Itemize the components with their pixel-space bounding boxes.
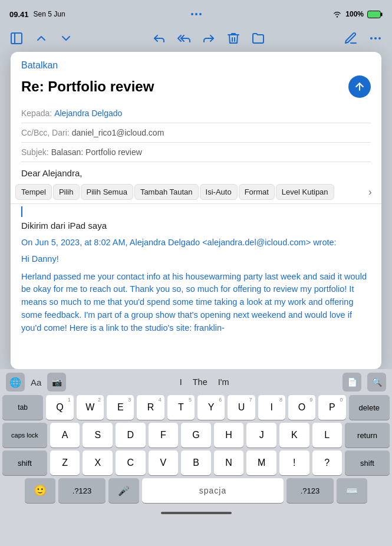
- key-x[interactable]: X: [83, 450, 113, 475]
- text-size-button[interactable]: Aa: [31, 377, 41, 387]
- key-d[interactable]: D: [116, 423, 146, 448]
- status-icons: 100%: [332, 10, 383, 18]
- space-key[interactable]: spacja: [142, 478, 284, 503]
- select-button[interactable]: Pilih: [53, 184, 80, 200]
- return-key[interactable]: return: [345, 423, 390, 448]
- key-z[interactable]: Z: [50, 450, 80, 475]
- key-w[interactable]: 2W: [77, 395, 104, 420]
- key-b[interactable]: B: [181, 450, 211, 475]
- key-k[interactable]: K: [279, 423, 309, 448]
- search-icon[interactable]: 🔍: [367, 373, 386, 392]
- emoji-key[interactable]: 🙂: [25, 478, 55, 503]
- reply-button[interactable]: [151, 30, 167, 47]
- shift-left-key[interactable]: shift: [2, 450, 47, 475]
- mic-key[interactable]: 🎤: [108, 478, 139, 503]
- to-value[interactable]: Alejandra Delgado: [54, 108, 122, 118]
- format-toolbar-chevron[interactable]: ›: [364, 186, 377, 199]
- svg-rect-0: [368, 11, 381, 18]
- key-excl[interactable]: !: [279, 450, 309, 475]
- to-label: Kepada:: [21, 108, 52, 118]
- svg-point-4: [375, 38, 376, 39]
- cancel-button[interactable]: Batalkan: [21, 60, 371, 71]
- key-s[interactable]: S: [83, 423, 113, 448]
- key-r[interactable]: 4R: [137, 395, 164, 420]
- emoji-input-button[interactable]: 🌐: [6, 373, 25, 392]
- key-v[interactable]: V: [149, 450, 179, 475]
- email-subject-title: Re: Portfolio review: [21, 78, 154, 95]
- key-l[interactable]: L: [312, 423, 342, 448]
- quoted-body: Herland passed me your contact info at h…: [21, 271, 371, 335]
- status-time: 09.41: [9, 10, 29, 19]
- key-c[interactable]: C: [116, 450, 146, 475]
- cc-label: Cc/Bcc, Dari:: [21, 128, 70, 137]
- top-toolbar: [0, 24, 392, 53]
- camera-button[interactable]: 📷: [47, 373, 66, 392]
- keyboard-suggestion-bar: 🌐 Aa 📷 I The I'm 📄 🔍: [0, 369, 392, 395]
- key-row-bottom: 🙂 .?123 🎤 spacja .?123 ⌨️: [2, 478, 390, 503]
- more-button[interactable]: [367, 30, 384, 47]
- add-link-button[interactable]: Tambah Tautan: [134, 184, 199, 200]
- key-e[interactable]: 3E: [107, 395, 134, 420]
- key-n[interactable]: N: [214, 450, 244, 475]
- format-button[interactable]: Format: [239, 184, 275, 200]
- email-content[interactable]: Dikirim dari iPad saya On Jun 5, 2023, a…: [11, 218, 381, 369]
- home-indicator: [0, 506, 392, 520]
- trash-button[interactable]: [225, 30, 242, 47]
- numbers-right-key[interactable]: .?123: [286, 478, 334, 503]
- battery-icon: 100%: [345, 10, 364, 18]
- cc-value[interactable]: daniel_rico1@icloud.com: [72, 128, 164, 137]
- text-cursor: [21, 206, 22, 217]
- key-row-1: tab 1Q 2W 3E 4R 5T 6Y 7U 8I 9O 0P delete: [2, 395, 390, 420]
- key-row-2: caps lock A S D F G H J K L return: [2, 423, 390, 448]
- next-button[interactable]: [58, 30, 74, 47]
- tab-key[interactable]: tab: [2, 395, 43, 420]
- document-icon[interactable]: 📄: [342, 373, 361, 392]
- forward-button[interactable]: [200, 30, 217, 47]
- email-header: Batalkan Re: Portfolio review Kepada: Al…: [11, 52, 381, 162]
- key-t[interactable]: 5T: [167, 395, 195, 420]
- send-button[interactable]: [348, 75, 371, 98]
- svg-point-5: [379, 38, 380, 39]
- sidebar-toggle-button[interactable]: [8, 30, 25, 47]
- key-h[interactable]: H: [214, 423, 244, 448]
- compose-button[interactable]: [342, 30, 359, 47]
- paste-button[interactable]: Tempel: [15, 184, 52, 200]
- select-all-button[interactable]: Pilih Semua: [81, 184, 133, 200]
- folder-button[interactable]: [250, 30, 266, 47]
- key-j[interactable]: J: [246, 423, 276, 448]
- key-u[interactable]: 7U: [228, 395, 255, 420]
- shift-right-key[interactable]: shift: [345, 450, 390, 475]
- status-bar: 09.41 Sen 5 Jun 100%: [0, 0, 392, 24]
- subject-field-row: Subjek: Balasan: Portfolio review: [21, 143, 371, 162]
- key-i[interactable]: 8I: [258, 395, 285, 420]
- svg-rect-2: [11, 33, 22, 44]
- reply-all-button[interactable]: [176, 30, 192, 47]
- delete-key[interactable]: delete: [349, 395, 390, 420]
- key-question[interactable]: ?: [312, 450, 342, 475]
- key-q[interactable]: 1Q: [46, 395, 73, 420]
- key-a[interactable]: A: [50, 423, 80, 448]
- caps-lock-key[interactable]: caps lock: [2, 423, 47, 448]
- email-compose-card: Batalkan Re: Portfolio review Kepada: Al…: [11, 52, 381, 369]
- numbers-key[interactable]: .?123: [58, 478, 106, 503]
- home-bar: [161, 512, 232, 514]
- autocomplete-button[interactable]: Isi-Auto: [200, 184, 238, 200]
- status-day: Sen 5 Jun: [34, 10, 65, 18]
- key-g[interactable]: G: [181, 423, 211, 448]
- keyboard-dismiss-key[interactable]: ⌨️: [337, 478, 367, 503]
- subject-value[interactable]: Balasan: Portfolio review: [51, 147, 142, 157]
- email-body-area[interactable]: Dear Alejandra, Tempel Pilih Pilih Semua…: [11, 162, 381, 369]
- key-o[interactable]: 9O: [288, 395, 315, 420]
- cc-field-row: Cc/Bcc, Dari: daniel_rico1@icloud.com: [21, 123, 371, 143]
- quote-level-button[interactable]: Level Kutipan: [276, 184, 334, 200]
- keyboard-keys: tab 1Q 2W 3E 4R 5T 6Y 7U 8I 9O 0P delete…: [0, 395, 392, 503]
- format-toolbar: Tempel Pilih Pilih Semua Tambah Tautan I…: [11, 180, 381, 204]
- key-p[interactable]: 0P: [318, 395, 345, 420]
- key-f[interactable]: F: [149, 423, 179, 448]
- suggestion-1[interactable]: I: [180, 377, 182, 387]
- key-m[interactable]: M: [246, 450, 276, 475]
- previous-button[interactable]: [33, 30, 50, 47]
- suggestion-3[interactable]: I'm: [218, 377, 229, 387]
- key-y[interactable]: 6Y: [197, 395, 225, 420]
- suggestion-2[interactable]: The: [193, 377, 207, 387]
